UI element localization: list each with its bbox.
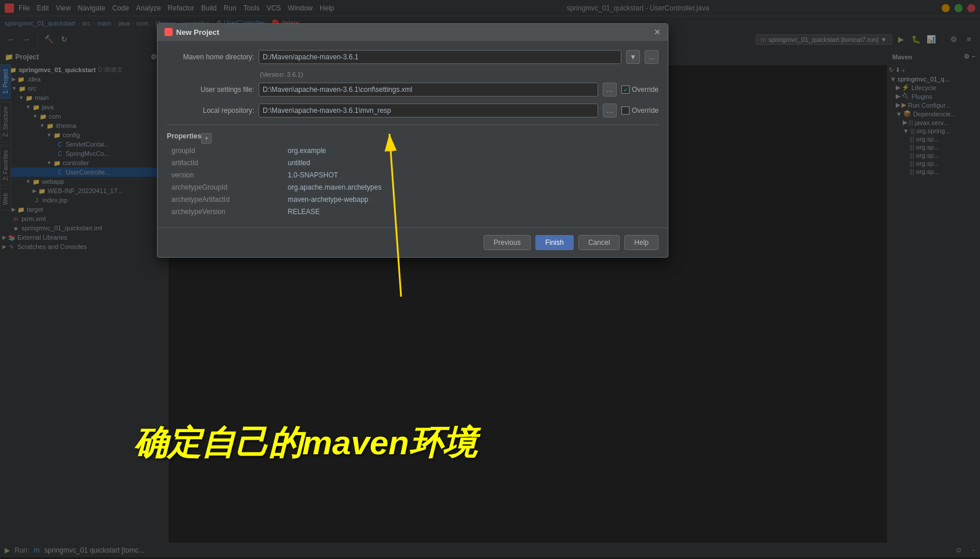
prop-key: archetypeVersion — [167, 206, 283, 218]
maven-home-row: Maven home directory: ▼ … — [167, 50, 659, 64]
user-settings-label: User settings file: — [167, 86, 254, 94]
dialog-logo — [164, 28, 173, 36]
cancel-button[interactable]: Cancel — [578, 235, 620, 250]
dialog-title: New Project — [164, 28, 219, 37]
local-repo-browse[interactable]: … — [603, 104, 617, 118]
prop-row-archetype-groupid[interactable]: archetypeGroupId org.apache.maven.archet… — [167, 181, 659, 194]
local-repo-row: Local repository: … ✓ Override — [167, 104, 659, 118]
new-project-dialog: New Project ✕ Maven home directory: ▼ … … — [157, 23, 668, 258]
maven-version: (Version: 3.6.1) — [260, 71, 659, 78]
user-settings-override[interactable]: ✓ Override — [621, 86, 659, 94]
local-repo-override[interactable]: ✓ Override — [621, 106, 659, 115]
properties-section: Properties + groupId org.example artifac… — [167, 124, 659, 218]
properties-title: Properties — [167, 132, 201, 140]
help-button[interactable]: Help — [624, 235, 659, 250]
prop-value: maven-archetype-webapp — [283, 194, 659, 206]
properties-header-row: Properties + — [167, 132, 659, 145]
dialog-body: Maven home directory: ▼ … (Version: 3.6.… — [158, 41, 668, 227]
local-repo-checkbox[interactable]: ✓ — [621, 106, 630, 115]
prop-key: archetypeArtifactId — [167, 194, 283, 206]
local-repo-input[interactable] — [259, 104, 598, 118]
prop-row-archetype-version[interactable]: archetypeVersion RELEASE — [167, 206, 659, 218]
maven-home-dropdown[interactable]: ▼ — [626, 50, 640, 64]
prop-key: groupId — [167, 145, 283, 157]
dialog-footer: Previous Finish Cancel Help — [158, 227, 668, 257]
maven-home-input[interactable] — [259, 50, 621, 64]
prop-row-archetype-artifactid[interactable]: archetypeArtifactId maven-archetype-weba… — [167, 194, 659, 206]
dialog-close-button[interactable]: ✕ — [654, 27, 661, 37]
user-settings-checkbox[interactable]: ✓ — [621, 86, 630, 94]
prop-value: untitled — [283, 157, 659, 169]
prop-row-groupid[interactable]: groupId org.example — [167, 145, 659, 157]
prop-row-version[interactable]: version 1.0-SNAPSHOT — [167, 169, 659, 181]
user-settings-row: User settings file: … ✓ Override — [167, 83, 659, 97]
prop-key: artifactId — [167, 157, 283, 169]
maven-home-label: Maven home directory: — [167, 53, 254, 61]
maven-home-browse[interactable]: … — [645, 50, 659, 64]
finish-button[interactable]: Finish — [535, 235, 574, 250]
local-repo-label: Local repository: — [167, 106, 254, 115]
user-settings-input[interactable] — [259, 83, 598, 97]
prop-row-artifactid[interactable]: artifactId untitled — [167, 157, 659, 169]
add-property-button[interactable]: + — [201, 133, 212, 144]
prop-key: version — [167, 169, 283, 181]
prop-value: org.apache.maven.archetypes — [283, 181, 659, 194]
prop-value: 1.0-SNAPSHOT — [283, 169, 659, 181]
dialog-title-bar: New Project ✕ — [158, 24, 668, 41]
previous-button[interactable]: Previous — [484, 235, 531, 250]
user-settings-browse[interactable]: … — [603, 83, 617, 97]
prop-value: org.example — [283, 145, 659, 157]
prop-key: archetypeGroupId — [167, 181, 283, 194]
properties-table: groupId org.example artifactId untitled … — [167, 145, 659, 218]
prop-value: RELEASE — [283, 206, 659, 218]
